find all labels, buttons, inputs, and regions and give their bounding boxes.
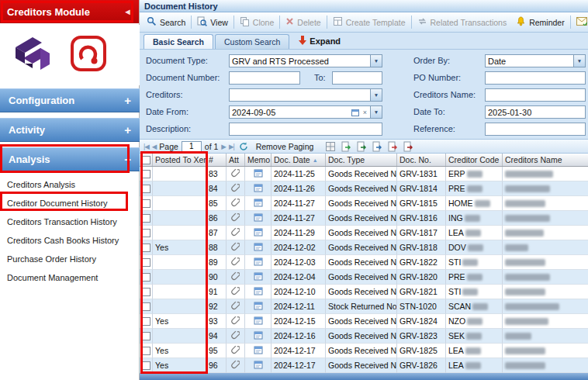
sidebar-item-creditors-transaction-history[interactable]: Creditors Transaction History — [0, 212, 139, 231]
order-by-select[interactable]: Date ▼ — [485, 54, 586, 67]
search-button[interactable]: Search — [142, 14, 190, 31]
tab-basic-search[interactable]: Basic Search — [144, 34, 213, 49]
col-doc-no[interactable]: Doc. No. — [397, 154, 446, 166]
accordion-configuration[interactable]: Configuration + — [0, 88, 140, 112]
related-transactions-button[interactable]: Related Transactions — [413, 14, 512, 31]
paperclip-icon[interactable] — [231, 301, 240, 312]
col-select[interactable] — [140, 154, 153, 166]
prev-page-button[interactable]: ◀ — [152, 143, 157, 150]
paperclip-icon[interactable] — [231, 345, 240, 356]
chevron-down-icon[interactable]: ▼ — [370, 55, 382, 67]
export-2-icon[interactable] — [355, 140, 368, 153]
note-icon[interactable] — [254, 330, 263, 341]
table-row[interactable]: 84 2024-11-26 Goods Received N... GRV-18… — [140, 181, 588, 196]
export-3-icon[interactable] — [371, 140, 383, 153]
col-memo[interactable]: Memo — [245, 154, 272, 166]
accordion-activity[interactable]: Activity + — [0, 118, 140, 142]
row-checkbox[interactable] — [142, 229, 150, 237]
module-header[interactable]: Creditors Module ◄ — [0, 0, 139, 23]
row-checkbox[interactable] — [142, 347, 150, 355]
expand-button[interactable]: Expand — [299, 36, 341, 47]
col-doc-type[interactable]: Doc. Type — [326, 154, 397, 166]
note-icon[interactable] — [254, 168, 263, 179]
sidebar-item-creditor-document-history[interactable]: Creditor Document History — [0, 194, 139, 212]
delete-button[interactable]: Delete — [281, 14, 325, 31]
sidebar-item-creditors-cash-books-history[interactable]: Creditors Cash Books History — [0, 231, 139, 250]
last-page-button[interactable]: ▶| — [229, 143, 234, 150]
note-icon[interactable] — [254, 316, 263, 326]
paperclip-icon[interactable] — [231, 330, 240, 341]
refresh-icon[interactable] — [237, 140, 250, 153]
paperclip-icon[interactable] — [231, 212, 240, 223]
clear-icon[interactable]: × — [360, 106, 370, 118]
note-icon[interactable] — [254, 360, 263, 371]
table-row[interactable]: 87 2024-11-29 Goods Received N... GRV-18… — [140, 226, 588, 240]
table-row[interactable]: 90 2024-12-04 Goods Received N... GRV-18… — [140, 270, 588, 285]
date-to-input[interactable] — [485, 105, 586, 119]
paperclip-icon[interactable] — [231, 227, 240, 238]
table-row[interactable]: 89 2024-12-03 Goods Received N... GRV-18… — [140, 255, 588, 270]
clone-button[interactable]: Clone — [235, 14, 278, 31]
row-checkbox[interactable] — [142, 185, 150, 193]
creditors-name-input[interactable] — [485, 88, 586, 102]
next-page-button[interactable]: ▶ — [221, 143, 226, 150]
row-checkbox[interactable] — [142, 273, 150, 282]
col-number[interactable]: # — [206, 154, 227, 166]
document-number-to-input[interactable] — [332, 71, 382, 85]
reference-input[interactable] — [485, 123, 586, 136]
paperclip-icon[interactable] — [231, 168, 240, 179]
sidebar-item-creditors-analysis[interactable]: Creditors Analysis — [0, 175, 139, 194]
paperclip-icon[interactable] — [231, 183, 240, 194]
note-icon[interactable] — [254, 286, 263, 297]
row-checkbox[interactable] — [142, 361, 150, 370]
row-checkbox[interactable] — [142, 288, 150, 296]
paperclip-icon[interactable] — [231, 360, 240, 371]
export-1-icon[interactable] — [340, 140, 352, 153]
row-checkbox[interactable] — [142, 302, 150, 311]
create-template-button[interactable]: Create Template — [328, 14, 410, 31]
export-4-icon[interactable] — [386, 140, 399, 153]
chevron-down-icon[interactable]: ▼ — [370, 89, 382, 101]
row-checkbox[interactable] — [142, 170, 150, 178]
row-checkbox[interactable] — [142, 244, 150, 252]
export-5-icon[interactable] — [402, 140, 414, 153]
paperclip-icon[interactable] — [231, 286, 240, 297]
note-icon[interactable] — [254, 198, 263, 209]
note-icon[interactable] — [254, 257, 263, 268]
sidebar-item-purchase-order-history[interactable]: Purchase Order History — [0, 250, 139, 268]
document-number-input[interactable] — [229, 71, 300, 85]
remove-paging-label[interactable]: Remove Paging — [256, 142, 314, 151]
row-checkbox[interactable] — [142, 214, 150, 223]
table-row[interactable]: 94 2024-12-16 Goods Received N... GRV-18… — [140, 329, 588, 344]
creditors-select[interactable]: ▼ — [229, 88, 382, 102]
note-icon[interactable] — [254, 242, 263, 253]
note-icon[interactable] — [254, 301, 263, 312]
table-row[interactable]: Yes 93 2024-12-15 Goods Received N... GR… — [140, 314, 588, 329]
paperclip-icon[interactable] — [231, 271, 240, 282]
sidebar-item-document-management[interactable]: Document Management — [0, 268, 139, 287]
row-checkbox[interactable] — [142, 199, 150, 208]
calendar-icon[interactable] — [350, 106, 360, 118]
table-row[interactable]: 83 2024-11-25 Goods Received N... GRV-18… — [140, 167, 588, 181]
col-doc-date[interactable]: Doc. Date▲ — [272, 154, 326, 166]
table-row[interactable]: Yes 95 2024-12-17 Goods Received N... GR… — [140, 344, 588, 358]
page-number-input[interactable] — [182, 141, 202, 152]
table-row[interactable]: 91 2024-12-10 Goods Received N... GRV-18… — [140, 285, 588, 299]
grid-options-icon[interactable] — [324, 140, 337, 153]
select-all-checkbox[interactable] — [142, 156, 150, 164]
accordion-analysis[interactable]: Analysis − — [0, 147, 140, 171]
tab-custom-search[interactable]: Custom Search — [215, 34, 289, 49]
po-number-input[interactable] — [485, 71, 586, 85]
view-button[interactable]: View — [192, 14, 233, 31]
horizontal-scrollbar[interactable] — [140, 373, 588, 380]
paperclip-icon[interactable] — [231, 316, 240, 326]
paperclip-icon[interactable] — [231, 242, 240, 253]
row-checkbox[interactable] — [142, 258, 150, 267]
note-icon[interactable] — [254, 183, 263, 194]
row-checkbox[interactable] — [142, 317, 150, 326]
row-checkbox[interactable] — [142, 332, 150, 340]
first-page-button[interactable]: |◀ — [144, 143, 149, 150]
note-icon[interactable] — [254, 271, 263, 282]
collapse-sidebar-icon[interactable]: ◄ — [123, 7, 132, 16]
table-row[interactable]: Yes 96 2024-12-17 Goods Received N... GR… — [140, 358, 588, 373]
